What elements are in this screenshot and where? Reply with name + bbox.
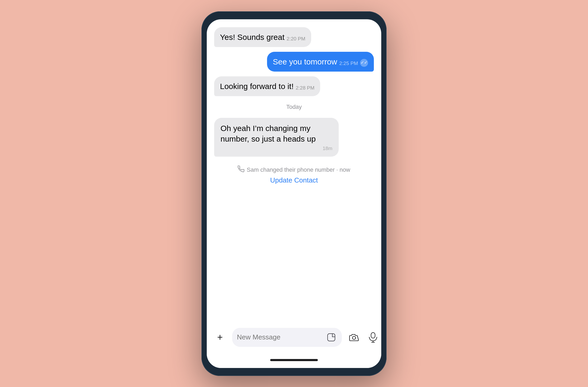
double-check-icon: ✓✓ [360,59,368,67]
message-text: Oh yeah I’m changing my number, so just … [221,123,332,144]
message-time: 2:25 PM [339,60,358,67]
message-time: 2:20 PM [287,36,305,42]
phone-screen: Yes! Sounds great 2:20 PM See you tomorr… [207,19,381,368]
delivered-check: ✓✓ [360,59,368,67]
message-text: See you tomorrow [273,57,337,67]
svg-rect-0 [328,334,335,341]
message-row: Oh yeah I’m changing my number, so just … [214,118,374,157]
phone-frame: Yes! Sounds great 2:20 PM See you tomorr… [201,11,387,376]
date-divider-text: Today [286,104,302,110]
plus-button[interactable]: + [213,330,227,344]
home-indicator [207,352,381,368]
microphone-button[interactable] [366,330,380,344]
phone-icon [238,166,245,174]
message-input-wrap [232,328,342,347]
message-text: Looking forward to it! [220,81,293,91]
system-notification-text: Sam changed their phone number · now [238,166,350,174]
message-bubble-received: Yes! Sounds great 2:20 PM [214,27,311,47]
svg-rect-2 [371,332,375,338]
message-bubble-received: Looking forward to it! 2:28 PM [214,76,320,96]
home-bar [270,359,318,361]
sticker-button[interactable] [325,332,337,343]
date-divider: Today [214,104,374,110]
message-time: 2:28 PM [296,85,314,91]
message-row: Yes! Sounds great 2:20 PM [214,27,374,47]
message-input[interactable] [237,333,323,341]
message-row: See you tomorrow 2:25 PM ✓✓ [214,52,374,72]
system-notification: Sam changed their phone number · now Upd… [214,166,374,184]
camera-button[interactable] [347,330,361,344]
message-bubble-sent: See you tomorrow 2:25 PM ✓✓ [267,52,374,72]
chat-area: Yes! Sounds great 2:20 PM See you tomorr… [207,19,381,323]
update-contact-link[interactable]: Update Contact [270,176,318,184]
input-bar: + [207,323,381,352]
svg-point-1 [352,336,356,339]
message-time: 18m [323,146,332,151]
message-text: Yes! Sounds great [220,32,284,42]
phone-changed-text: Sam changed their phone number · now [247,166,350,173]
message-bubble-multiline: Oh yeah I’m changing my number, so just … [214,118,339,157]
message-row: Looking forward to it! 2:28 PM [214,76,374,96]
